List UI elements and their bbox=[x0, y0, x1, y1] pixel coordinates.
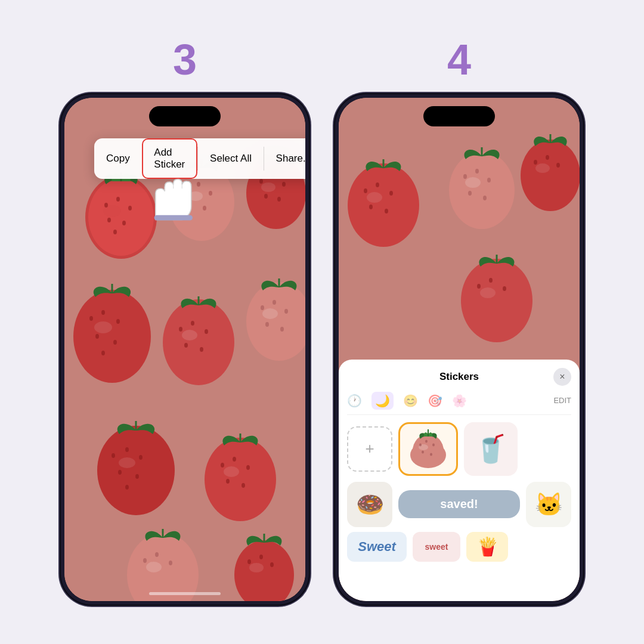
svg-point-26 bbox=[73, 290, 151, 383]
svg-point-76 bbox=[247, 559, 251, 564]
sticker-tabs: 🕐 🌙 😊 🎯 🌸 EDIT bbox=[347, 392, 571, 415]
svg-point-115 bbox=[419, 443, 422, 446]
svg-point-70 bbox=[143, 558, 147, 563]
svg-point-6 bbox=[107, 218, 111, 222]
svg-point-27 bbox=[94, 321, 112, 333]
svg-point-7 bbox=[122, 221, 126, 225]
svg-point-28 bbox=[89, 316, 93, 321]
svg-point-24 bbox=[277, 197, 281, 202]
svg-point-107 bbox=[480, 287, 496, 298]
svg-point-74 bbox=[234, 540, 294, 601]
svg-point-77 bbox=[259, 555, 263, 559]
edit-button[interactable]: EDIT bbox=[553, 396, 571, 405]
stickers-header: Stickers × bbox=[347, 368, 571, 386]
svg-point-55 bbox=[139, 455, 143, 460]
select-all-option[interactable]: Select All bbox=[198, 144, 264, 173]
svg-point-35 bbox=[163, 299, 234, 385]
copy-option[interactable]: Copy bbox=[94, 144, 142, 173]
svg-point-102 bbox=[389, 191, 393, 196]
dynamic-island-3 bbox=[149, 106, 221, 126]
svg-point-47 bbox=[284, 309, 288, 314]
tab-emoji[interactable]: 😊 bbox=[403, 394, 418, 408]
svg-point-16 bbox=[203, 206, 206, 210]
svg-point-88 bbox=[487, 178, 491, 182]
svg-point-119 bbox=[430, 453, 432, 456]
step-3-number: 3 bbox=[173, 38, 197, 81]
share-option[interactable]: Share... bbox=[264, 144, 305, 173]
svg-point-62 bbox=[221, 463, 224, 467]
svg-point-23 bbox=[264, 194, 268, 199]
milkshake-sticker[interactable]: 🥤 bbox=[464, 422, 518, 476]
svg-point-118 bbox=[422, 450, 424, 453]
svg-point-56 bbox=[118, 470, 122, 475]
svg-point-84 bbox=[449, 151, 515, 229]
svg-point-100 bbox=[364, 188, 367, 193]
main-container: 3 bbox=[36, 14, 608, 630]
stickers-panel: Stickers × 🕐 🌙 😊 🎯 🌸 EDIT bbox=[339, 360, 580, 601]
svg-point-13 bbox=[197, 182, 200, 187]
svg-point-104 bbox=[385, 209, 388, 213]
home-indicator-3 bbox=[149, 592, 221, 595]
svg-point-85 bbox=[465, 177, 481, 188]
svg-point-113 bbox=[413, 434, 444, 467]
svg-point-14 bbox=[209, 191, 212, 196]
cat-sticker[interactable]: 🐱 bbox=[526, 482, 571, 527]
fries-sticker[interactable]: 🍟 bbox=[466, 532, 508, 562]
svg-point-29 bbox=[101, 310, 105, 315]
svg-point-72 bbox=[169, 561, 172, 565]
step-4: 4 bbox=[334, 38, 584, 606]
phone-3: Copy Add Sticker Select All Share... bbox=[60, 93, 310, 606]
phone-3-inner: Copy Add Sticker Select All Share... bbox=[64, 98, 305, 601]
svg-point-46 bbox=[273, 300, 276, 305]
strawberry-sticker-highlighted[interactable] bbox=[398, 422, 458, 476]
svg-point-89 bbox=[468, 191, 472, 196]
tab-special[interactable]: 🎯 bbox=[428, 394, 442, 408]
svg-point-116 bbox=[425, 439, 428, 442]
phone-4-inner: Stickers × 🕐 🌙 😊 🎯 🌸 EDIT bbox=[339, 98, 580, 601]
svg-point-45 bbox=[261, 305, 264, 310]
svg-point-86 bbox=[463, 174, 467, 179]
svg-point-87 bbox=[475, 169, 479, 174]
svg-point-103 bbox=[369, 205, 373, 209]
svg-point-98 bbox=[348, 163, 419, 247]
svg-point-110 bbox=[503, 286, 506, 291]
sticker-row-2: 🍩 saved! 🐱 bbox=[347, 482, 571, 527]
svg-point-5 bbox=[128, 206, 132, 210]
svg-point-78 bbox=[270, 562, 274, 567]
close-button[interactable]: × bbox=[553, 368, 571, 386]
svg-point-36 bbox=[182, 330, 197, 340]
svg-point-92 bbox=[521, 140, 580, 211]
svg-point-30 bbox=[116, 319, 120, 324]
svg-point-69 bbox=[146, 562, 162, 572]
svg-point-4 bbox=[116, 197, 120, 202]
svg-point-109 bbox=[489, 278, 493, 283]
svg-point-64 bbox=[246, 465, 250, 470]
svg-point-101 bbox=[376, 182, 379, 187]
svg-point-108 bbox=[477, 284, 481, 289]
svg-point-8 bbox=[113, 230, 117, 234]
tab-app[interactable]: 🌸 bbox=[452, 394, 467, 408]
tab-recent[interactable]: 🕐 bbox=[347, 394, 362, 408]
strawberry-sticker-svg bbox=[407, 428, 449, 470]
svg-point-31 bbox=[95, 334, 99, 339]
tab-custom[interactable]: 🌙 bbox=[371, 392, 394, 410]
sweet2-sticker[interactable]: sweet bbox=[413, 532, 460, 562]
add-sticker-button[interactable]: + bbox=[347, 426, 392, 472]
svg-point-60 bbox=[205, 438, 276, 521]
svg-point-51 bbox=[97, 426, 175, 515]
svg-point-52 bbox=[119, 457, 135, 468]
donuts-sticker[interactable]: 🍩 bbox=[347, 482, 392, 527]
svg-point-93 bbox=[535, 163, 550, 173]
svg-point-43 bbox=[246, 282, 305, 361]
svg-point-44 bbox=[262, 308, 278, 319]
svg-point-48 bbox=[265, 322, 269, 327]
svg-point-68 bbox=[127, 533, 199, 601]
svg-rect-83 bbox=[154, 215, 193, 221]
svg-point-117 bbox=[432, 443, 435, 446]
phone-4: Stickers × 🕐 🌙 😊 🎯 🌸 EDIT bbox=[334, 93, 584, 606]
sweet-text-sticker[interactable]: Sweet bbox=[347, 532, 407, 562]
svg-point-20 bbox=[259, 179, 263, 184]
step-4-number: 4 bbox=[447, 38, 471, 81]
context-menu: Copy Add Sticker Select All Share... bbox=[94, 138, 305, 179]
svg-point-22 bbox=[282, 182, 286, 187]
